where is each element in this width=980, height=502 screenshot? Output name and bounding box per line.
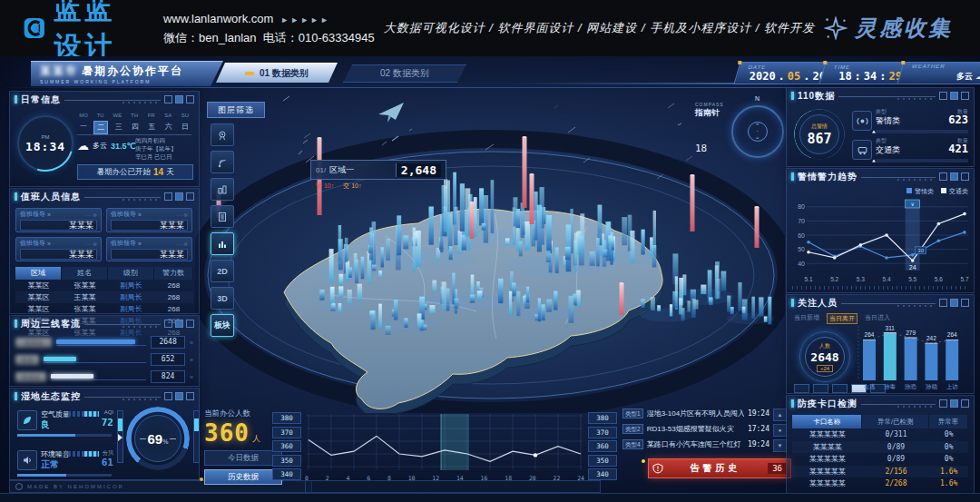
duty-table-header[interactable]: 区域姓名级别警力数	[15, 267, 193, 280]
weekday-en: WE	[111, 113, 123, 118]
flow-value: 652	[151, 353, 185, 366]
history-data-button[interactable]: 历史数据	[204, 469, 282, 485]
alert-history-button[interactable]: 告警历史 36	[648, 458, 791, 478]
y-tick: 340	[588, 468, 617, 480]
screenshot-root: 蓝蓝设计 www.lanlanwork.com►►►►► 微信：ben_lanl…	[0, 0, 980, 502]
weekday-cn[interactable]: 四	[129, 121, 142, 134]
flow-value: 2648	[151, 336, 185, 349]
layer-tool-document-icon[interactable]	[211, 205, 234, 228]
weekday-cn[interactable]: 二	[93, 121, 108, 134]
compass-down-arrow-icon[interactable]: ⌄	[755, 134, 760, 140]
tooltip-index: 01/	[316, 166, 326, 174]
weekday-cn[interactable]: 一	[77, 121, 90, 134]
layer-tool-camera-icon[interactable]	[211, 123, 234, 146]
office-stats: 当前办公人数 360人 今日数据 历史数据	[204, 408, 282, 485]
svg-text:40: 40	[798, 261, 805, 267]
panel-title: 防疫卡口检测	[798, 398, 858, 410]
checkpoint-header-cell[interactable]: 卡口名称	[792, 415, 862, 428]
duty-leader-name: 某某某	[111, 249, 188, 260]
layer-tool-building-icon[interactable]	[211, 178, 234, 201]
flow-value: 824	[151, 370, 185, 383]
duty-leader-card[interactable]: 值班领导»⋯ ⊗ 某某某	[106, 208, 192, 232]
window-controls[interactable]	[164, 192, 194, 201]
paper-plane-icon	[377, 102, 407, 125]
air-status: 良	[41, 418, 50, 431]
weekday-cn[interactable]: 日	[179, 121, 191, 134]
svg-text:5.7: 5.7	[960, 276, 968, 282]
window-controls[interactable]	[164, 95, 194, 103]
compass-dial[interactable]: N ⌃·⌄	[731, 105, 784, 158]
tick-strip	[792, 286, 968, 290]
topbar-tab-1[interactable]: 01 数据类别	[216, 63, 338, 83]
window-controls[interactable]	[939, 92, 969, 100]
svg-text:24: 24	[909, 264, 916, 271]
layer-tool-2D[interactable]: 2D	[211, 260, 234, 282]
weekday-row-cn[interactable]: 一二三四五六日	[77, 121, 191, 134]
focus-tab[interactable]: 当日离开	[827, 313, 858, 324]
duty-leader-name: 某某某	[20, 220, 97, 231]
layer-tool-3D[interactable]: 3D	[211, 287, 234, 310]
x-tick: 16	[481, 475, 488, 482]
layer-tool-buttons: 2D3D板块	[211, 123, 270, 337]
focus-count-label: 人数	[819, 342, 830, 350]
panel-eco-monitor: 湿地生态监控 空气质量 良 AQI 72 环境噪音 正常 分贝	[9, 388, 200, 480]
weekday-cn[interactable]: 六	[162, 121, 175, 134]
scroll-dot-icon: ●	[773, 424, 787, 437]
checkpoint-header-cell[interactable]: 异常率	[929, 415, 968, 428]
alert-time: 19:24	[748, 409, 769, 418]
weekday-en: SU	[179, 113, 191, 118]
checkpoint-table-header[interactable]: 卡口名称异常/已检测异常率	[792, 415, 968, 428]
svg-text:279: 279	[906, 330, 916, 336]
weather-chip: WEATHER 多云☁	[897, 62, 980, 84]
weekday-en: TH	[128, 113, 141, 118]
window-controls[interactable]	[164, 392, 194, 400]
duty-table-row[interactable]: 某某区王某某副局长268	[15, 291, 193, 303]
inspiration-collect[interactable]: 灵感收集	[824, 14, 953, 43]
window-controls[interactable]	[164, 320, 194, 328]
alert-row[interactable]: 类型2 RD13-53烟感报警疑似火灾 17:24	[622, 422, 769, 435]
alarm-icon	[852, 111, 872, 131]
topbar-tab-2[interactable]: 02 数据类别	[343, 64, 466, 83]
time-minute: 34	[864, 70, 877, 83]
checkpoint-row[interactable]: 某某某某0/890%	[792, 441, 968, 454]
checkpoint-row[interactable]: 某某某某某2/2681.6%	[792, 477, 968, 490]
speaker-icon	[17, 450, 37, 470]
focus-count-value: 2648	[810, 350, 838, 364]
window-controls[interactable]	[939, 172, 969, 181]
duty-leader-card[interactable]: 值班领导»⋯ ⊗ 某某某	[106, 237, 192, 261]
weekday-cn[interactable]: 三	[113, 121, 125, 134]
car-icon	[852, 140, 872, 160]
checkpoint-header-cell[interactable]: 异常/已检测	[862, 415, 929, 428]
alert-row[interactable]: 类型1 湿地3-104片区有不明人员闯入 19:24	[622, 407, 769, 419]
weekday-cn[interactable]: 五	[145, 121, 158, 134]
svg-text:在逃: 在逃	[864, 383, 877, 389]
website-link[interactable]: www.lanlanwork.com	[163, 12, 273, 25]
x-tick: 18	[505, 475, 512, 482]
layer-tool-板块[interactable]: 板块	[211, 314, 234, 337]
svg-text:311: 311	[886, 325, 896, 331]
layer-tool-bars-icon[interactable]	[211, 232, 234, 255]
x-tick: 12	[432, 475, 439, 482]
110-type-rows: 类型警情类 数量623 类型交通类 数量421	[852, 108, 968, 166]
window-controls[interactable]	[939, 299, 969, 307]
checkpoint-row[interactable]: 某某某某某0/890%	[792, 453, 968, 466]
notice-days: 14	[153, 167, 163, 177]
layer-tool-signal-icon[interactable]	[211, 151, 234, 173]
chevron-icon: »	[190, 357, 193, 363]
focus-tab[interactable]: 当日新增	[794, 313, 819, 324]
scroll-up-icon[interactable]: ▲	[773, 408, 787, 421]
checkpoint-row[interactable]: 某某某某某0/3110%	[792, 428, 968, 441]
duty-table-row[interactable]: 某某区张某某副局长268	[15, 280, 193, 291]
platform-subtitle: SUMMER WORKING PLATFORM	[40, 79, 223, 84]
duty-leader-card[interactable]: 值班领导»⋯ ⊗ 某某某	[15, 208, 102, 232]
scroll-down-icon[interactable]: ▼	[773, 439, 787, 452]
alert-row[interactable]: 类型4 某路口有小汽车连闯三个红灯 19:24	[622, 438, 769, 450]
duty-table-row[interactable]: 某某区张某某副局长268	[15, 303, 193, 315]
duty-leader-card[interactable]: 值班领导»⋯ ⊗ 某某某	[15, 237, 102, 261]
today-data-button[interactable]: 今日数据	[204, 450, 282, 466]
tooltip-sub-values: 警 10↑交 10↑	[310, 180, 446, 192]
window-controls[interactable]	[939, 399, 969, 408]
gauge-slider-right[interactable]	[193, 410, 200, 463]
gauge-label: 总警情	[811, 123, 828, 131]
checkpoint-row[interactable]: 某某某某某2/1561.6%	[792, 466, 968, 478]
